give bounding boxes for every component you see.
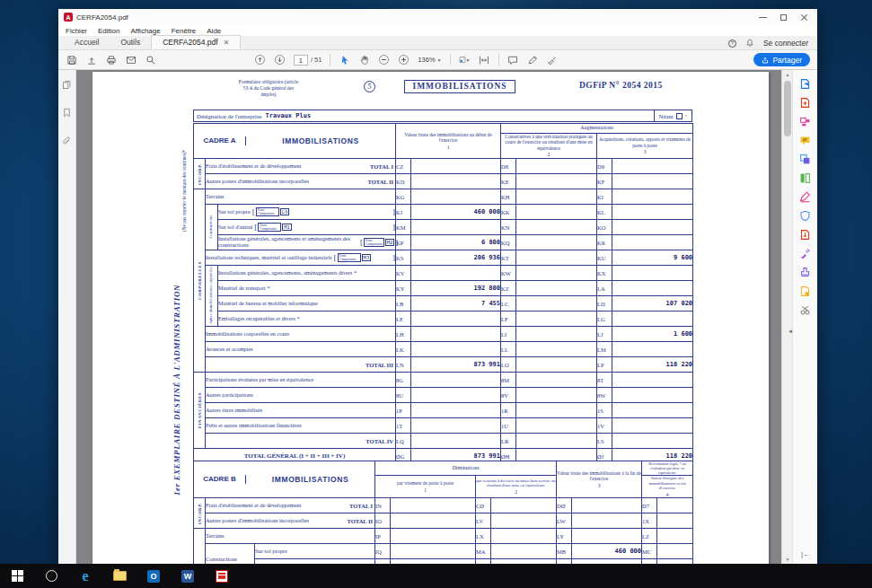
search-icon[interactable] bbox=[145, 54, 156, 66]
value-cell bbox=[516, 312, 597, 327]
sign-icon[interactable] bbox=[547, 54, 559, 66]
group-label: Autres immobilisations corporelles bbox=[209, 267, 214, 325]
hand-icon[interactable] bbox=[358, 54, 370, 66]
mail-icon[interactable] bbox=[125, 54, 137, 66]
window-title: CERFA2054.pdf bbox=[76, 13, 128, 22]
combine-files-icon[interactable] bbox=[799, 153, 812, 165]
red-lines-app-button[interactable] bbox=[205, 564, 239, 588]
file-explorer-button[interactable] bbox=[102, 564, 137, 588]
form-table-row: Avances et acomptesLKLLLM bbox=[194, 342, 693, 357]
page-display-icon[interactable]: ▼ bbox=[459, 54, 471, 66]
tab-document[interactable]: CERFA2054.pdf ✕ bbox=[151, 35, 241, 49]
collapse-tools-icon[interactable]: ◄ bbox=[788, 329, 793, 334]
section-cell: CORPORELLES bbox=[194, 189, 206, 373]
code-cell: LS bbox=[597, 434, 612, 449]
menu-fichier[interactable]: Fichier bbox=[66, 27, 87, 35]
copy-pages-icon[interactable] bbox=[799, 285, 812, 297]
close-icon[interactable] bbox=[800, 13, 808, 22]
menu-affichage[interactable]: Affichage bbox=[130, 27, 160, 35]
code-cell: KG bbox=[396, 189, 411, 205]
more-tools-icon[interactable] bbox=[799, 303, 812, 316]
upload-cloud-icon[interactable] bbox=[85, 54, 97, 66]
code-cell: LF bbox=[501, 312, 516, 327]
zoom-out-icon[interactable] bbox=[378, 54, 390, 66]
fit-width-icon[interactable] bbox=[479, 54, 490, 66]
edit-pdf-icon[interactable] bbox=[799, 115, 812, 127]
acrobat-icon: A bbox=[64, 13, 73, 22]
print-icon[interactable] bbox=[105, 54, 117, 66]
value-cell bbox=[411, 373, 501, 388]
comment-icon[interactable] bbox=[507, 54, 519, 66]
fill-sign-icon[interactable] bbox=[799, 190, 812, 203]
help-icon[interactable]: ? bbox=[728, 39, 736, 48]
create-pdf-icon[interactable] bbox=[799, 96, 812, 109]
form-header: Formulaire obligatoire (article 53 A du … bbox=[92, 77, 769, 108]
scrollbar-thumb[interactable] bbox=[784, 81, 791, 136]
outlook-button[interactable]: O bbox=[137, 564, 171, 588]
form-reference: DGFiP N° 2054 2015 bbox=[579, 81, 663, 90]
row-label: Autres postes d'immobilisations incorpor… bbox=[206, 513, 375, 529]
code-cell: LW bbox=[557, 513, 572, 529]
page-thumbnails-icon[interactable] bbox=[62, 77, 72, 93]
bell-icon[interactable] bbox=[745, 39, 754, 48]
section-label: INCORP. bbox=[198, 503, 202, 524]
cortana-button[interactable] bbox=[34, 564, 68, 588]
menu-edition[interactable]: Edition bbox=[98, 27, 119, 35]
code-cell: 1S bbox=[597, 403, 612, 418]
form-table-row: Autres titres immobilisés1P1R1S bbox=[194, 403, 693, 418]
vertical-scrollbar[interactable]: ▲ ▼ bbox=[781, 70, 792, 564]
neant-checkbox[interactable] bbox=[676, 113, 683, 119]
comment-tool-icon[interactable] bbox=[799, 134, 812, 146]
save-icon[interactable] bbox=[66, 54, 77, 66]
zoom-in-icon[interactable] bbox=[398, 54, 410, 66]
bookmarks-icon[interactable] bbox=[62, 105, 72, 121]
menu-fenetre[interactable]: Fenêtre bbox=[172, 27, 197, 35]
form-notice: Formulaire obligatoire (article 53 A du … bbox=[225, 79, 312, 98]
value-cell bbox=[516, 434, 597, 449]
edge-button[interactable]: e bbox=[68, 564, 102, 588]
value-cell bbox=[411, 312, 501, 327]
select-cursor-icon[interactable] bbox=[339, 54, 350, 66]
code-cell: MC bbox=[642, 544, 657, 559]
menu-aide[interactable]: Aide bbox=[207, 27, 221, 35]
row-label: Emballages récupérables et divers * bbox=[218, 312, 396, 327]
value-cell bbox=[411, 342, 501, 357]
page-down-icon[interactable] bbox=[274, 54, 286, 66]
maximize-icon[interactable] bbox=[780, 13, 788, 22]
form-table-row: ConstructionsSur sol propreIQMAMB460 000… bbox=[194, 544, 693, 559]
word-button[interactable]: W bbox=[171, 564, 205, 588]
tab-close-icon[interactable]: ✕ bbox=[224, 39, 230, 47]
value-cell: 107 020 bbox=[612, 296, 693, 312]
certificates-icon[interactable] bbox=[799, 247, 812, 259]
page-number-input[interactable]: 1 bbox=[294, 55, 308, 66]
share-button[interactable]: Partager bbox=[753, 53, 810, 66]
compress-icon[interactable] bbox=[799, 228, 812, 241]
export-pdf-icon[interactable] bbox=[799, 77, 812, 90]
sign-in-link[interactable]: Se connecter bbox=[763, 39, 808, 48]
pencil-icon[interactable] bbox=[527, 54, 539, 66]
start-button[interactable] bbox=[0, 564, 34, 588]
code-cell: IP bbox=[375, 529, 391, 544]
organize-pages-icon[interactable] bbox=[799, 171, 812, 184]
tab-outils[interactable]: Outils bbox=[110, 36, 151, 49]
code-cell: LO bbox=[501, 357, 516, 373]
zoom-level-dropdown[interactable]: 136% ▼ bbox=[418, 56, 441, 64]
value-cell bbox=[657, 513, 693, 529]
minimize-icon[interactable] bbox=[759, 13, 767, 22]
code-cell: LV bbox=[476, 513, 491, 529]
value-cell bbox=[411, 434, 501, 449]
value-cell bbox=[391, 513, 476, 529]
code-cell: 8V bbox=[501, 388, 516, 403]
form-page-circle: 5 bbox=[364, 81, 375, 92]
section-label: INCORP. bbox=[198, 163, 202, 185]
tab-accueil[interactable]: Accueil bbox=[64, 36, 110, 49]
page-up-icon[interactable] bbox=[254, 54, 266, 66]
stamp-icon[interactable] bbox=[799, 266, 812, 278]
protect-icon[interactable] bbox=[799, 209, 812, 222]
group-cell: Autres immobilisations corporelles bbox=[206, 266, 218, 327]
code-cell: KV bbox=[396, 266, 411, 281]
section-cell: INCORP. bbox=[194, 498, 206, 529]
expand-pane-icon[interactable]: |← bbox=[793, 550, 818, 558]
attachments-icon[interactable] bbox=[62, 133, 72, 149]
zoom-level-value: 136% bbox=[418, 56, 435, 64]
